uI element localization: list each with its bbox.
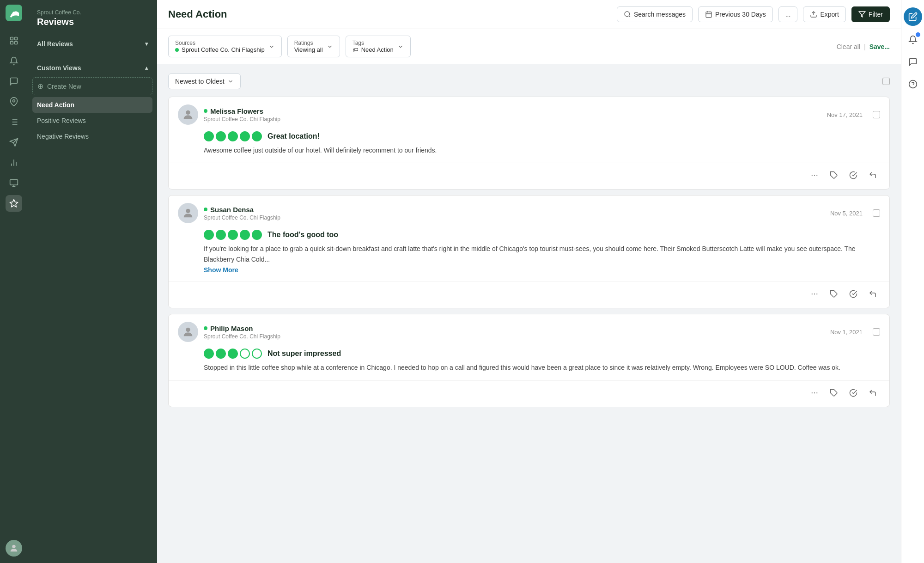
svg-point-38 (816, 294, 817, 294)
complete-button-2[interactable] (846, 287, 861, 301)
nav-pin-icon[interactable] (6, 93, 22, 110)
nav-reports-icon[interactable] (6, 175, 22, 191)
reviewer-name-text-2: Susan Densa (210, 206, 254, 214)
tags-filter[interactable]: Tags 🏷 Need Action (346, 36, 411, 57)
nav-home-icon[interactable] (6, 32, 22, 49)
notifications-rail-button[interactable] (905, 31, 921, 48)
top-header: Need Action Search messages Previous 30 … (157, 0, 901, 29)
review-header-1: Melissa Flowers Sprout Coffee Co. Chi Fl… (169, 97, 889, 129)
svg-point-43 (816, 392, 817, 393)
filter-icon (858, 11, 866, 18)
all-reviews-toggle[interactable]: All Reviews ▾ (28, 37, 157, 51)
sort-dropdown[interactable]: Newest to Oldest (168, 73, 241, 89)
ratings-filter-label: Ratings (294, 40, 323, 46)
nav-publish-icon[interactable] (6, 134, 22, 151)
more-actions-button-2[interactable] (807, 287, 822, 301)
svg-marker-20 (10, 200, 18, 207)
chat-rail-button[interactable] (905, 54, 921, 70)
compose-button[interactable] (904, 7, 922, 26)
date-range-button[interactable]: Previous 30 Days (698, 6, 773, 22)
sort-bar: Newest to Oldest (168, 73, 890, 89)
sources-chevron-icon (268, 43, 275, 50)
complete-button-3[interactable] (846, 386, 861, 400)
tags-icon: 🏷 (353, 46, 359, 53)
filter-label: Filter (869, 11, 883, 18)
show-more-button-2[interactable]: Show More (204, 266, 238, 274)
sources-filter-value: Sprout Coffee Co. Chi Flagship (182, 46, 265, 53)
sources-filter[interactable]: Sources Sprout Coffee Co. Chi Flagship (168, 36, 282, 57)
star-1-4 (240, 131, 250, 141)
review-checkbox-2[interactable] (873, 209, 880, 217)
review-title-1: Great location! (267, 132, 320, 141)
svg-line-23 (629, 16, 630, 17)
nav-notifications-icon[interactable] (6, 53, 22, 69)
reply-button-3[interactable] (865, 386, 880, 400)
nav-reviews-icon[interactable] (6, 195, 22, 212)
save-filter-button[interactable]: Save... (869, 43, 890, 50)
complete-button-1[interactable] (846, 168, 861, 183)
user-avatar (6, 540, 22, 557)
nav-analytics-icon[interactable] (6, 154, 22, 171)
svg-point-32 (814, 175, 815, 176)
reply-button-2[interactable] (865, 287, 880, 301)
more-options-icon: ... (785, 11, 791, 18)
star-3-4 (240, 349, 250, 359)
sidebar-item-need-action[interactable]: Need Action (32, 97, 152, 113)
custom-views-chevron-icon: ▴ (145, 65, 148, 71)
review-actions-1 (169, 163, 889, 189)
review-rating-3: Not super impressed (204, 349, 880, 359)
reviewer-info-1: Melissa Flowers Sprout Coffee Co. Chi Fl… (204, 107, 821, 122)
tag-button-1[interactable] (827, 168, 841, 183)
reviewer-avatar-3 (178, 322, 198, 342)
more-actions-button-3[interactable] (807, 386, 822, 400)
all-reviews-chevron-icon: ▾ (145, 41, 148, 47)
custom-views-toggle[interactable]: Custom Views ▴ (28, 61, 157, 75)
create-new-plus-icon: ⊕ (37, 82, 43, 91)
nav-avatar[interactable] (6, 540, 22, 557)
svg-point-21 (12, 545, 15, 548)
create-new-item[interactable]: ⊕ Create New (32, 77, 152, 95)
reviewer-info-2: Susan Densa Sprout Coffee Co. Chi Flagsh… (204, 206, 825, 221)
star-3-1 (204, 349, 214, 359)
tags-chevron-icon (397, 43, 404, 50)
svg-rect-1 (11, 37, 13, 40)
reviewer-source-2: Sprout Coffee Co. Chi Flagship (204, 214, 825, 221)
svg-rect-3 (11, 42, 13, 44)
master-select-checkbox[interactable] (882, 78, 890, 85)
filter-button[interactable]: Filter (851, 6, 890, 22)
star-2-5 (252, 230, 262, 240)
ratings-filter-content: Ratings Viewing all (294, 40, 323, 53)
reviewer-info-3: Philip Mason Sprout Coffee Co. Chi Flags… (204, 324, 825, 340)
tags-filter-value: Need Action (361, 46, 394, 53)
source-active-dot (175, 48, 179, 52)
sidebar-item-positive-reviews[interactable]: Positive Reviews (28, 113, 157, 129)
star-1-1 (204, 131, 214, 141)
sidebar-section-title: Reviews (37, 17, 148, 27)
nav-tasks-icon[interactable] (6, 114, 22, 130)
nav-messages-icon[interactable] (6, 73, 22, 90)
clear-all-button[interactable]: Clear all (837, 43, 860, 50)
search-icon (624, 11, 631, 18)
help-rail-button[interactable] (905, 76, 921, 92)
reply-button-1[interactable] (865, 168, 880, 183)
search-messages-button[interactable]: Search messages (617, 6, 693, 22)
review-actions-2 (169, 282, 889, 308)
ratings-filter[interactable]: Ratings Viewing all (287, 36, 340, 57)
review-checkbox-3[interactable] (873, 328, 880, 336)
svg-rect-24 (706, 12, 711, 18)
export-button[interactable]: Export (803, 6, 845, 22)
review-card-2: Susan Densa Sprout Coffee Co. Chi Flagsh… (168, 195, 890, 308)
tag-button-2[interactable] (827, 287, 841, 301)
review-date-3: Nov 1, 2021 (830, 329, 863, 336)
more-actions-button-1[interactable] (807, 168, 822, 183)
sidebar-header: Sprout Coffee Co. Reviews (28, 0, 157, 32)
review-title-2: The food's good too (267, 231, 338, 239)
sidebar-item-negative-reviews[interactable]: Negative Reviews (28, 129, 157, 144)
reviewer-avatar-1 (178, 104, 198, 125)
all-reviews-section: All Reviews ▾ (28, 32, 157, 56)
more-options-button[interactable]: ... (778, 6, 798, 22)
reviewer-source-1: Sprout Coffee Co. Chi Flagship (204, 116, 821, 122)
review-checkbox-1[interactable] (873, 111, 880, 118)
tags-filter-label: Tags (353, 40, 394, 46)
tag-button-3[interactable] (827, 386, 841, 400)
